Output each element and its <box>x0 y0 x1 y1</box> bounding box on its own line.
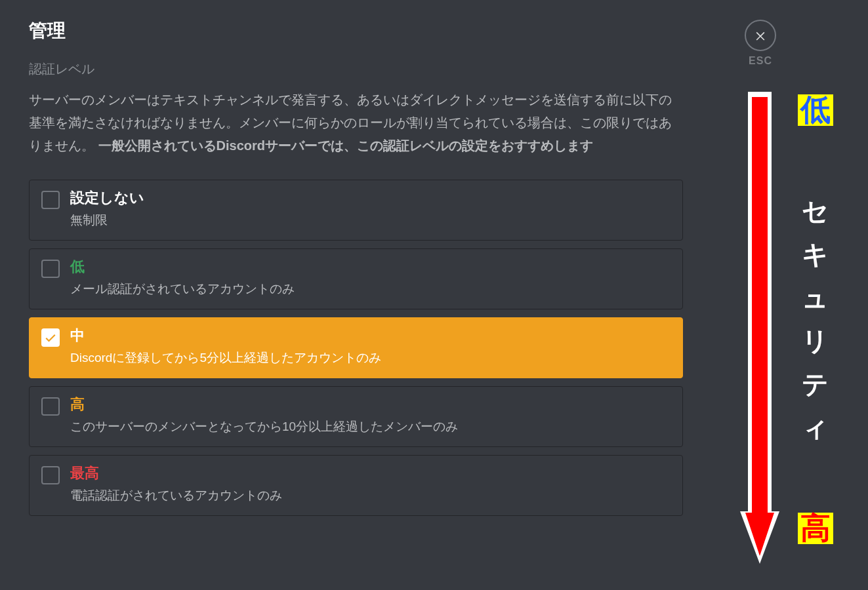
option-text: 高 このサーバーのメンバーとなってから10分以上経過したメンバーのみ <box>70 396 458 436</box>
option-text: 中 Discordに登録してから5分以上経過したアカウントのみ <box>70 327 381 367</box>
checkbox-icon <box>41 466 60 484</box>
verification-option-none[interactable]: 設定しない 無制限 <box>29 180 683 241</box>
section-label-verification: 認証レベル <box>29 60 683 78</box>
verification-description: サーバーのメンバーはテキストチャンネルで発言する、あるいはダイレクトメッセージを… <box>29 88 683 157</box>
close-esc-label: ESC <box>749 55 772 67</box>
checkbox-icon <box>41 328 60 347</box>
close-icon <box>745 20 776 51</box>
option-text: 設定しない 無制限 <box>70 189 144 229</box>
verification-option-high[interactable]: 高 このサーバーのメンバーとなってから10分以上経過したメンバーのみ <box>29 386 683 447</box>
option-title: 高 <box>70 396 458 413</box>
verification-options-list: 設定しない 無制限 低 メール認証がされているアカウントのみ 中 <box>29 180 683 516</box>
moderation-settings-panel: 管理 認証レベル サーバーのメンバーはテキストチャンネルで発言する、あるいはダイ… <box>0 0 712 590</box>
option-text: 低 メール認証がされているアカウントのみ <box>70 258 295 298</box>
annotation-arrow <box>737 92 783 564</box>
verification-option-highest[interactable]: 最高 電話認証がされているアカウントのみ <box>29 455 683 516</box>
close-button[interactable]: ESC <box>745 20 776 67</box>
checkbox-icon <box>41 260 60 278</box>
option-title: 最高 <box>70 465 282 482</box>
option-desc: このサーバーのメンバーとなってから10分以上経過したメンバーのみ <box>70 418 458 436</box>
svg-rect-2 <box>752 97 768 518</box>
option-desc: Discordに登録してから5分以上経過したアカウントのみ <box>70 349 381 367</box>
option-text: 最高 電話認証がされているアカウントのみ <box>70 465 282 505</box>
checkbox-icon <box>41 191 60 209</box>
verification-option-medium[interactable]: 中 Discordに登録してから5分以上経過したアカウントのみ <box>29 317 683 378</box>
annotation-labels: 低 セ キ ュ リ テ ィ 高 <box>783 92 848 564</box>
option-desc: メール認証がされているアカウントのみ <box>70 281 295 298</box>
checkbox-icon <box>41 397 60 416</box>
annotation-vertical-label: セ キ ュ リ テ ィ <box>802 189 830 449</box>
page-title: 管理 <box>29 18 683 43</box>
option-title: 中 <box>70 327 381 344</box>
option-desc: 無制限 <box>70 212 144 229</box>
verification-option-low[interactable]: 低 メール認証がされているアカウントのみ <box>29 248 683 309</box>
verification-description-bold: 一般公開されているDiscordサーバーでは、この認証レベルの設定をおすすめしま… <box>98 138 593 153</box>
annotation-tag-low: 低 <box>798 94 833 126</box>
security-annotation: 低 セ キ ュ リ テ ィ 高 <box>737 92 848 564</box>
annotation-tag-high: 高 <box>798 513 833 544</box>
option-title: 低 <box>70 258 295 275</box>
option-desc: 電話認証がされているアカウントのみ <box>70 487 282 505</box>
option-title: 設定しない <box>70 189 144 206</box>
